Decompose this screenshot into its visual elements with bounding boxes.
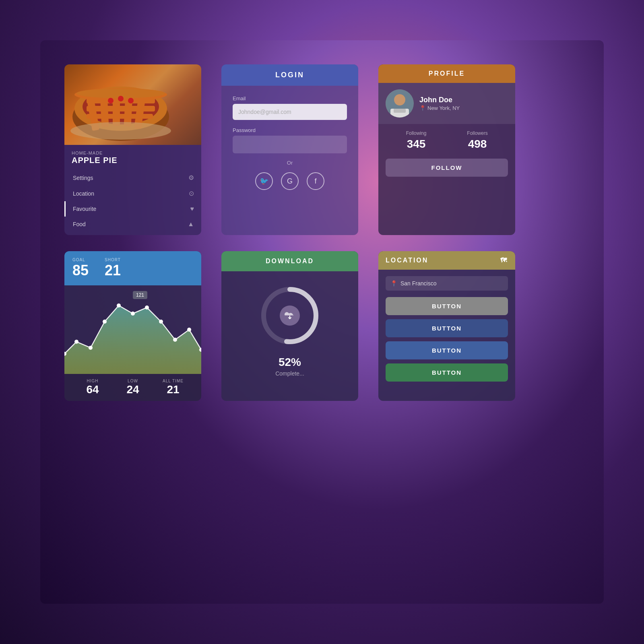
svg-marker-21 <box>64 305 201 374</box>
svg-point-16 <box>70 122 171 140</box>
svg-point-25 <box>103 320 107 324</box>
location-input-row: 📍 San Francisco <box>386 276 508 291</box>
short-stat: SHORT 21 <box>105 258 121 279</box>
download-body: 52% Complete... <box>221 271 358 397</box>
profile-name: John Doe <box>419 96 460 104</box>
twitter-icon: 🐦 <box>260 177 268 186</box>
facebook-button[interactable]: f <box>307 172 324 190</box>
profile-card: PROFILE John Doe 📍 New York, NY F <box>378 64 515 235</box>
high-stat: HIGH 64 <box>72 379 113 396</box>
location-header: LOCATION 🗺 <box>378 251 515 270</box>
chart-area: 121 <box>64 285 201 374</box>
food-menu: Settings ⚙ Location ⊙ Favourite ♥ Food ▲ <box>64 168 201 235</box>
location-city: San Francisco <box>400 280 436 287</box>
following-value: 345 <box>386 138 447 151</box>
following-stat: Following 345 <box>386 130 447 151</box>
facebook-icon: f <box>314 177 316 186</box>
svg-point-15 <box>128 98 134 103</box>
stats-top: GOAL 85 SHORT 21 <box>64 251 201 285</box>
avatar <box>386 89 414 118</box>
profile-location: 📍 New York, NY <box>419 105 460 111</box>
alltime-stat: ALL TIME 21 <box>153 379 193 396</box>
download-header: DOWNLOAD <box>221 251 358 271</box>
google-icon: G <box>287 177 293 186</box>
button-blue-mid[interactable]: BUTTON <box>386 341 508 359</box>
high-value: 64 <box>72 383 113 396</box>
svg-point-13 <box>108 98 114 103</box>
svg-point-23 <box>74 340 78 344</box>
chart-svg <box>64 285 201 374</box>
profile-header: PROFILE <box>378 64 515 83</box>
food-card: HOME-MADE Apple Pie Settings ⚙ Location … <box>64 64 201 235</box>
short-label: SHORT <box>105 258 121 262</box>
high-label: HIGH <box>72 379 113 383</box>
login-header: LOGIN <box>221 64 358 86</box>
food-title-block: HOME-MADE Apple Pie <box>64 145 201 168</box>
menu-label-settings: Settings <box>73 175 93 181</box>
download-ring <box>258 283 322 348</box>
chart-tooltip: 121 <box>133 291 147 299</box>
download-card: DOWNLOAD 52% Complete... <box>221 251 358 401</box>
svg-point-27 <box>131 312 135 316</box>
menu-item-settings[interactable]: Settings ⚙ <box>64 170 201 186</box>
button-green[interactable]: BUTTON <box>386 363 508 382</box>
main-canvas: HOME-MADE Apple Pie Settings ⚙ Location … <box>40 40 604 604</box>
goal-value: 85 <box>72 262 89 279</box>
menu-item-location[interactable]: Location ⊙ <box>64 186 201 201</box>
menu-item-favourite[interactable]: Favourite ♥ <box>64 201 201 217</box>
download-cloud-icon <box>280 305 300 326</box>
food-image <box>64 64 201 145</box>
menu-label-food: Food <box>73 221 86 227</box>
followers-stat: Followers 498 <box>447 130 508 151</box>
profile-info: John Doe 📍 New York, NY <box>419 96 460 111</box>
profile-image-row: John Doe 📍 New York, NY <box>378 83 515 124</box>
google-button[interactable]: G <box>281 172 299 190</box>
menu-item-food[interactable]: Food ▲ <box>64 217 201 232</box>
alltime-label: ALL TIME <box>153 379 193 383</box>
low-stat: LOW 24 <box>113 379 153 396</box>
svg-rect-9 <box>87 106 155 111</box>
profile-stats: Following 345 Followers 498 <box>378 124 515 157</box>
email-label: Email <box>233 95 347 101</box>
social-buttons: 🐦 G f <box>233 172 347 196</box>
location-menu-icon: ⊙ <box>189 190 194 197</box>
stats-bottom: HIGH 64 LOW 24 ALL TIME 21 <box>64 374 201 401</box>
login-card: LOGIN Email Password Or 🐦 G f <box>221 64 358 235</box>
location-map-icon: 🗺 <box>500 257 508 264</box>
download-complete-label: Complete... <box>275 370 304 377</box>
alltime-value: 21 <box>153 383 193 396</box>
twitter-button[interactable]: 🐦 <box>255 172 273 190</box>
following-label: Following <box>386 130 447 136</box>
svg-point-31 <box>187 328 191 332</box>
menu-label-favourite: Favourite <box>73 206 96 212</box>
location-card: LOCATION 🗺 📍 San Francisco BUTTON BUTTON… <box>378 251 515 401</box>
short-value: 21 <box>105 262 121 279</box>
goal-label: GOAL <box>72 258 89 262</box>
button-gray[interactable]: BUTTON <box>386 297 508 315</box>
food-title: Apple Pie <box>72 155 194 165</box>
followers-value: 498 <box>447 138 508 151</box>
svg-point-24 <box>89 346 93 350</box>
menu-label-location: Location <box>73 190 94 197</box>
follow-button[interactable]: FOLLOW <box>386 159 508 177</box>
login-body: Email Password Or 🐦 G f <box>221 86 358 206</box>
password-field <box>233 136 347 153</box>
food-subtitle: HOME-MADE <box>72 151 194 155</box>
food-icon: ▲ <box>188 221 194 228</box>
email-input[interactable] <box>233 104 347 120</box>
or-divider: Or <box>233 160 347 166</box>
location-pin-icon: 📍 <box>390 280 397 287</box>
settings-icon: ⚙ <box>188 174 194 182</box>
svg-point-18 <box>394 94 405 105</box>
svg-point-26 <box>117 303 121 308</box>
svg-rect-20 <box>394 109 406 113</box>
location-header-text: LOCATION <box>386 257 428 264</box>
location-pin-icon: 📍 <box>419 105 426 111</box>
stats-card: GOAL 85 SHORT 21 121 <box>64 251 201 401</box>
svg-point-14 <box>118 96 124 101</box>
low-label: LOW <box>113 379 153 383</box>
low-value: 24 <box>113 383 153 396</box>
password-label: Password <box>233 127 347 133</box>
button-blue-dark[interactable]: BUTTON <box>386 319 508 337</box>
goal-stat: GOAL 85 <box>72 258 89 279</box>
